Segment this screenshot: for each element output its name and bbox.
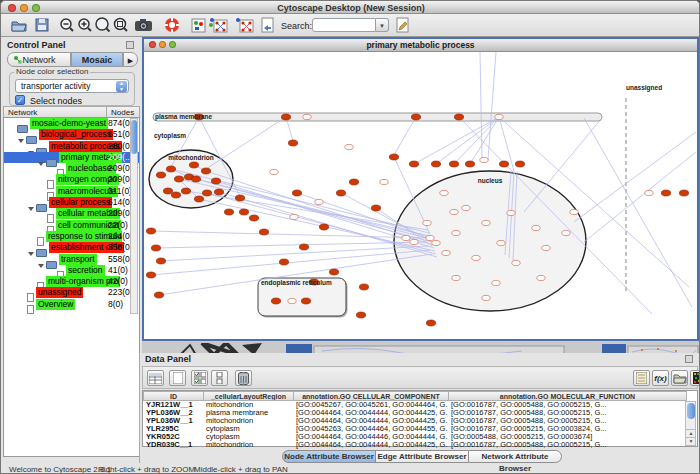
table-cell[interactable]: mitochondrion xyxy=(203,417,293,425)
network-node[interactable] xyxy=(163,188,172,194)
tab-network-attribute-browser[interactable]: Network Attribute Browser xyxy=(468,450,562,463)
network-node[interactable] xyxy=(292,190,301,196)
data-panel-float-icon[interactable] xyxy=(685,355,693,363)
network-node-outlined[interactable] xyxy=(270,169,278,174)
tree-row[interactable]: biological_process651(0) xyxy=(4,129,139,140)
tree-row[interactable]: secretion41(0) xyxy=(4,265,139,276)
window-titlebar[interactable]: Cytoscape Desktop (New Session) xyxy=(1,1,700,14)
network-node-outlined[interactable] xyxy=(450,209,458,214)
table-cell[interactable]: [GO:0044464, GO:0044444, GO:0044425, G..… xyxy=(293,417,448,425)
network-node[interactable] xyxy=(426,320,435,326)
node-color-dropdown[interactable]: transporter activity ▲▼ xyxy=(15,79,129,93)
network-node[interactable] xyxy=(156,172,165,178)
tree-row[interactable]: response to stimulu264(0) xyxy=(4,231,139,242)
network-node[interactable] xyxy=(409,161,418,167)
network-node-outlined[interactable] xyxy=(423,220,431,225)
table-cell[interactable]: [GO:0016787, GO:0005488, GO:0005215, G..… xyxy=(448,401,686,409)
network-node[interactable] xyxy=(319,224,328,230)
tree-row[interactable]: primary metabo209(... xyxy=(4,152,139,163)
tree-row-label[interactable]: secretion xyxy=(66,265,105,276)
tree-row[interactable]: unassigned223(0) xyxy=(4,287,139,298)
network-node-outlined[interactable] xyxy=(497,240,505,245)
dropdown-stepper-icon[interactable]: ▲▼ xyxy=(116,81,127,92)
table-cell[interactable]: [GO:0016787, GO:0005488, GO:0005215, G..… xyxy=(448,409,686,417)
annotation-icon[interactable] xyxy=(393,16,412,34)
table-cell[interactable]: cytoplasm xyxy=(203,425,293,433)
table-scrollbar-thumb[interactable] xyxy=(687,403,695,419)
scroll-down-arrow-icon[interactable]: ▼ xyxy=(686,437,696,445)
network-node[interactable] xyxy=(679,190,688,196)
network-node-outlined[interactable] xyxy=(537,275,545,280)
network-node-outlined[interactable] xyxy=(542,245,550,250)
tree-row[interactable]: multi-organism pro42(0) xyxy=(4,276,139,287)
table-cell[interactable]: YPL036W__1 xyxy=(143,417,203,425)
tree-row[interactable]: cell communicat22(0) xyxy=(4,220,139,231)
import-icon[interactable] xyxy=(258,16,277,34)
network-node[interactable] xyxy=(288,140,297,146)
vizmapper-icon[interactable] xyxy=(189,16,208,34)
network-node[interactable] xyxy=(189,162,198,168)
table-cell[interactable]: YLR295C xyxy=(143,425,203,433)
function-builder-icon[interactable]: f(x) xyxy=(652,370,669,386)
network-node[interactable] xyxy=(224,209,233,215)
network-node[interactable] xyxy=(171,192,180,198)
network-node-outlined[interactable] xyxy=(290,214,298,219)
table-cell[interactable]: YPL036W__2 xyxy=(143,409,203,417)
network-node[interactable] xyxy=(181,188,190,194)
table-scrollbar[interactable]: ▲ ▼ xyxy=(685,401,696,446)
tree-row-label[interactable]: biological_process xyxy=(39,129,113,140)
tab-network[interactable]: Network xyxy=(7,52,71,67)
table-cell[interactable]: mitochondrion xyxy=(203,401,293,409)
network-node[interactable] xyxy=(449,161,458,167)
tree-row[interactable]: macromolecule311(0) xyxy=(4,186,139,197)
network-node-outlined[interactable] xyxy=(570,209,578,214)
tree-row[interactable]: cellular process614(0) xyxy=(4,197,139,208)
network-node[interactable] xyxy=(431,161,440,167)
network-node-outlined[interactable] xyxy=(315,199,323,204)
table-cell[interactable]: [GO:0044464, GO:0044444, GO:0044425, G..… xyxy=(293,441,448,449)
tab-mosaic[interactable]: Mosaic xyxy=(71,52,123,67)
network-node[interactable] xyxy=(151,245,160,251)
network-node-outlined[interactable] xyxy=(495,114,503,119)
network-node[interactable] xyxy=(371,205,380,211)
tree-scrollbar[interactable] xyxy=(130,118,138,314)
table-cell[interactable]: plasma membrane xyxy=(203,409,293,417)
import-attributes-folder-icon[interactable] xyxy=(671,370,688,386)
zoom-in-icon[interactable] xyxy=(75,16,94,34)
tree-row[interactable]: transport558(0) xyxy=(4,254,139,265)
table-cell[interactable]: [GO:0045267, GO:0045261, GO:0044464, G..… xyxy=(293,401,448,409)
network-node[interactable] xyxy=(454,114,463,120)
network-node[interactable] xyxy=(154,292,163,298)
network-node[interactable] xyxy=(515,161,524,167)
network-node-outlined[interactable] xyxy=(480,157,488,162)
network-node[interactable] xyxy=(156,258,165,264)
network-node-outlined[interactable] xyxy=(432,240,440,245)
select-nodes-checkbox[interactable]: ✓ xyxy=(15,95,25,105)
network-node[interactable] xyxy=(356,312,365,318)
network-node[interactable] xyxy=(166,166,175,172)
attribute-matrix-icon[interactable] xyxy=(690,370,700,386)
network-node-outlined[interactable] xyxy=(442,250,450,255)
attribute-editor-icon[interactable] xyxy=(633,370,650,386)
network-node[interactable] xyxy=(249,215,258,221)
network-canvas[interactable]: plasma membranecytoplasmmitochondrionnuc… xyxy=(144,52,697,339)
network-node-outlined[interactable] xyxy=(507,210,515,215)
network-node[interactable] xyxy=(465,161,474,167)
network-node-outlined[interactable] xyxy=(472,255,480,260)
network-node-outlined[interactable] xyxy=(303,114,311,119)
tree-row-label[interactable]: unassigned xyxy=(36,287,83,298)
network-node[interactable] xyxy=(359,284,368,290)
table-column-header[interactable]: annotation.GO CELLULAR_COMPONENT xyxy=(293,391,449,401)
new-network-from-selected-nodes-icon[interactable] xyxy=(209,16,228,34)
tree-row-label[interactable]: cellular process xyxy=(49,197,112,208)
tab-node-attribute-browser[interactable]: Node Attribute Browser xyxy=(282,450,375,463)
network-node-outlined[interactable] xyxy=(482,295,490,300)
network-node[interactable] xyxy=(194,196,203,202)
network-node[interactable] xyxy=(329,269,338,275)
table-cell[interactable]: YDR039C__1 xyxy=(143,441,203,449)
network-node[interactable] xyxy=(201,168,210,174)
table-cell[interactable]: [GO:0045263, GO:0044464, GO:0044455, G..… xyxy=(293,425,448,433)
table-column-header[interactable]: ID xyxy=(143,391,204,401)
tree-row[interactable]: establishment of lo558(0) xyxy=(4,242,139,253)
delete-attribute-trash-icon[interactable] xyxy=(235,370,252,386)
